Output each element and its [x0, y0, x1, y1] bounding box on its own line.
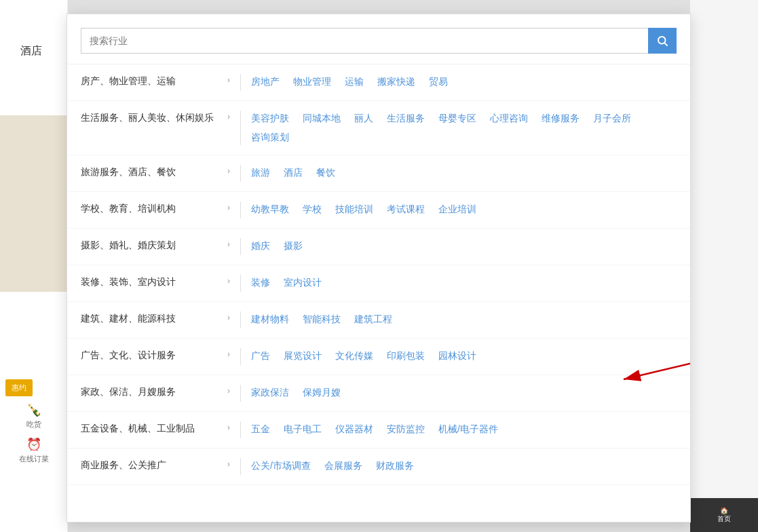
search-bar — [67, 14, 690, 64]
category-tag[interactable]: 印刷包装 — [387, 348, 425, 363]
category-tag[interactable]: 运输 — [345, 74, 364, 89]
category-tag[interactable]: 机械/电子器件 — [438, 421, 498, 436]
category-tag[interactable]: 展览设计 — [284, 348, 322, 363]
category-tag[interactable]: 物业管理 — [293, 74, 331, 89]
category-left: 建筑、建材、能源科技› — [81, 311, 230, 326]
category-tag[interactable]: 学校 — [303, 202, 322, 216]
category-left: 五金设备、机械、工业制品› — [81, 421, 230, 436]
category-divider — [240, 238, 241, 255]
category-divider — [240, 111, 241, 145]
category-name[interactable]: 商业服务、公关推广 — [81, 458, 222, 472]
category-tag[interactable]: 母婴专区 — [438, 111, 476, 126]
category-row: 生活服务、丽人美妆、休闲娱乐›美容护肤同城本地丽人生活服务母婴专区心理咨询维修服… — [67, 101, 690, 155]
home-nav-item[interactable]: 🏠 首页 — [717, 507, 731, 524]
order-label: 在线订菜 — [19, 454, 49, 464]
category-tag[interactable]: 同城本地 — [303, 111, 341, 126]
category-tag[interactable]: 保姆月嫂 — [303, 385, 341, 400]
category-tag[interactable]: 财政服务 — [376, 458, 414, 473]
category-tag[interactable]: 考试课程 — [387, 202, 425, 216]
sidebar-item-drink[interactable]: 🍾 吃货 — [24, 400, 43, 430]
category-name[interactable]: 家政、保洁、月嫂服务 — [81, 385, 222, 399]
promo-badge: 惠约 — [5, 379, 33, 396]
category-tag[interactable]: 房地产 — [251, 74, 280, 89]
category-name[interactable]: 装修、装饰、室内设计 — [81, 275, 222, 289]
category-row: 家政、保洁、月嫂服务›家政保洁保姆月嫂 — [67, 375, 690, 412]
category-tag[interactable]: 美容护肤 — [251, 111, 289, 126]
category-tag[interactable]: 安防监控 — [387, 421, 425, 436]
category-divider — [240, 74, 241, 91]
category-name[interactable]: 建筑、建材、能源科技 — [81, 311, 222, 326]
sidebar-hotel-label: 酒店 — [20, 44, 42, 58]
category-tags: 婚庆摄影 — [251, 238, 677, 253]
category-tags: 幼教早教学校技能培训考试课程企业培训 — [251, 202, 677, 216]
category-tag[interactable]: 家政保洁 — [251, 385, 289, 400]
home-icon: 🏠 — [720, 507, 728, 514]
category-arrow-icon: › — [227, 203, 230, 212]
category-tag[interactable]: 维修服务 — [542, 111, 580, 126]
drink-label: 吃货 — [26, 419, 41, 430]
category-tag[interactable]: 心理咨询 — [490, 111, 528, 126]
category-tag[interactable]: 旅游 — [251, 165, 270, 180]
category-tag[interactable]: 生活服务 — [387, 111, 425, 126]
category-name[interactable]: 学校、教育、培训机构 — [81, 202, 222, 216]
category-tag[interactable]: 装修 — [251, 275, 270, 290]
category-row: 广告、文化、设计服务›广告展览设计文化传媒印刷包装园林设计 — [67, 339, 690, 375]
home-label: 首页 — [717, 514, 731, 524]
category-name[interactable]: 生活服务、丽人美妆、休闲娱乐 — [81, 111, 222, 125]
category-tag[interactable]: 园林设计 — [438, 348, 476, 363]
sidebar-bottom-items: 🍾 吃货 ⏰ 在线订菜 — [0, 400, 68, 464]
category-tag[interactable]: 电子电工 — [284, 421, 322, 436]
category-tag[interactable]: 餐饮 — [316, 165, 335, 180]
category-left: 装修、装饰、室内设计› — [81, 275, 230, 289]
category-tag[interactable]: 月子会所 — [593, 111, 631, 126]
category-tag[interactable]: 公关/市场调查 — [251, 458, 311, 473]
category-tag[interactable]: 建材物料 — [251, 311, 289, 326]
order-icon: ⏰ — [24, 435, 43, 454]
category-tags: 美容护肤同城本地丽人生活服务母婴专区心理咨询维修服务月子会所咨询策划 — [251, 111, 677, 145]
category-tag[interactable]: 文化传媒 — [335, 348, 373, 363]
category-tag[interactable]: 企业培训 — [438, 202, 476, 216]
category-name[interactable]: 五金设备、机械、工业制品 — [81, 421, 222, 436]
category-name[interactable]: 房产、物业管理、运输 — [81, 74, 222, 88]
category-tag[interactable]: 丽人 — [354, 111, 373, 126]
drink-icon: 🍾 — [24, 400, 43, 419]
category-tag[interactable]: 幼教早教 — [251, 202, 289, 216]
category-tags: 房地产物业管理运输搬家快递贸易 — [251, 74, 677, 89]
category-tag[interactable]: 广告 — [251, 348, 270, 363]
category-tags: 公关/市场调查会展服务财政服务 — [251, 458, 677, 473]
category-tag[interactable]: 贸易 — [429, 74, 448, 89]
category-left: 家政、保洁、月嫂服务› — [81, 385, 230, 399]
category-divider — [240, 311, 241, 328]
category-tag[interactable]: 智能科技 — [303, 311, 341, 326]
category-row: 五金设备、机械、工业制品›五金电子电工仪器器材安防监控机械/电子器件 — [67, 412, 690, 449]
category-list: 房产、物业管理、运输›房地产物业管理运输搬家快递贸易生活服务、丽人美妆、休闲娱乐… — [67, 64, 690, 518]
category-arrow-icon: › — [227, 313, 230, 322]
category-row: 学校、教育、培训机构›幼教早教学校技能培训考试课程企业培训 — [67, 192, 690, 229]
search-button[interactable] — [648, 28, 677, 54]
category-left: 生活服务、丽人美妆、休闲娱乐› — [81, 111, 230, 125]
category-tag[interactable]: 仪器器材 — [335, 421, 373, 436]
category-tags: 装修室内设计 — [251, 275, 677, 290]
category-left: 广告、文化、设计服务› — [81, 348, 230, 362]
category-arrow-icon: › — [227, 349, 230, 359]
category-tag[interactable]: 摄影 — [284, 238, 303, 253]
category-tag[interactable]: 酒店 — [284, 165, 303, 180]
category-arrow-icon: › — [227, 75, 230, 85]
category-tag[interactable]: 搬家快递 — [377, 74, 415, 89]
category-tag[interactable]: 室内设计 — [284, 275, 322, 290]
search-input[interactable] — [81, 28, 648, 54]
category-row: 旅游服务、酒店、餐饮›旅游酒店餐饮 — [67, 155, 690, 192]
category-tag[interactable]: 婚庆 — [251, 238, 270, 253]
category-tag[interactable]: 五金 — [251, 421, 270, 436]
right-bottom-nav: 🏠 首页 — [690, 498, 758, 532]
category-tag[interactable]: 咨询策划 — [251, 130, 289, 145]
category-tag[interactable]: 技能培训 — [335, 202, 373, 216]
category-name[interactable]: 摄影、婚礼、婚庆策划 — [81, 238, 222, 252]
sidebar-item-order[interactable]: ⏰ 在线订菜 — [19, 435, 49, 464]
category-name[interactable]: 广告、文化、设计服务 — [81, 348, 222, 362]
category-divider — [240, 421, 241, 438]
category-tag[interactable]: 建筑工程 — [354, 311, 392, 326]
category-name[interactable]: 旅游服务、酒店、餐饮 — [81, 165, 222, 179]
category-divider — [240, 385, 241, 402]
category-tag[interactable]: 会展服务 — [324, 458, 362, 473]
